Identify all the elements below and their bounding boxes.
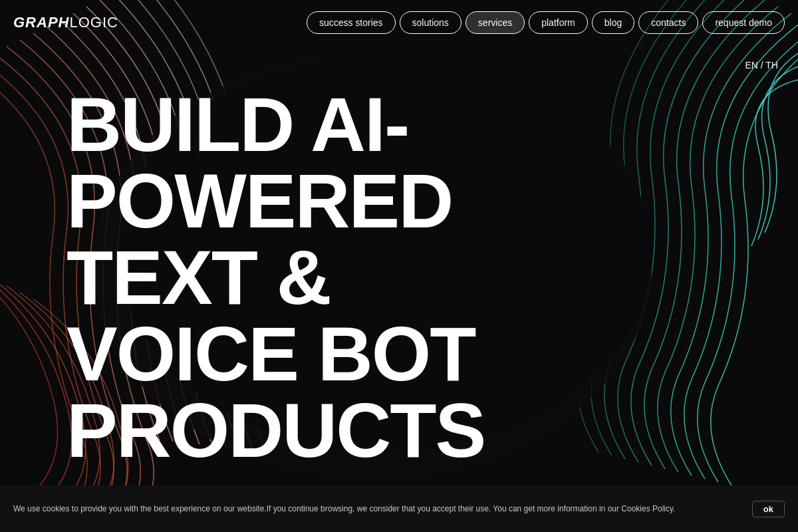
- navbar: GRAPHLOGIC success stories solutions ser…: [0, 0, 798, 45]
- cookie-ok-button[interactable]: ok: [752, 501, 785, 517]
- nav-solutions[interactable]: solutions: [400, 11, 462, 34]
- nav-blog[interactable]: blog: [592, 11, 634, 34]
- lang-switcher-text: EN / TH: [745, 60, 778, 70]
- cookie-text: We use cookies to provide you with the b…: [13, 503, 739, 515]
- hero-section: BUILD AI- POWERED TEXT & VOICE BOT PRODU…: [66, 86, 598, 469]
- hero-title-line2: POWERED TEXT &: [66, 158, 452, 320]
- hero-title-line4: PRODUCTS: [66, 388, 485, 473]
- logo-logic: LOGIC: [69, 14, 118, 31]
- hero-title-line3: VOICE BOT: [66, 311, 475, 396]
- logo-graph: GRAPH: [13, 14, 69, 31]
- hero-title: BUILD AI- POWERED TEXT & VOICE BOT PRODU…: [66, 86, 598, 469]
- nav-request-demo[interactable]: request demo: [702, 11, 785, 34]
- nav-services[interactable]: services: [466, 11, 525, 34]
- nav-platform[interactable]: platform: [529, 11, 588, 34]
- cookie-bar: We use cookies to provide you with the b…: [0, 485, 798, 532]
- nav-links: success stories solutions services platf…: [307, 11, 785, 34]
- nav-contacts[interactable]: contacts: [638, 11, 698, 34]
- logo[interactable]: GRAPHLOGIC: [13, 14, 118, 31]
- lang-switcher[interactable]: EN / TH: [745, 60, 778, 70]
- nav-success-stories[interactable]: success stories: [307, 11, 396, 34]
- hero-title-line1: BUILD AI-: [66, 82, 408, 167]
